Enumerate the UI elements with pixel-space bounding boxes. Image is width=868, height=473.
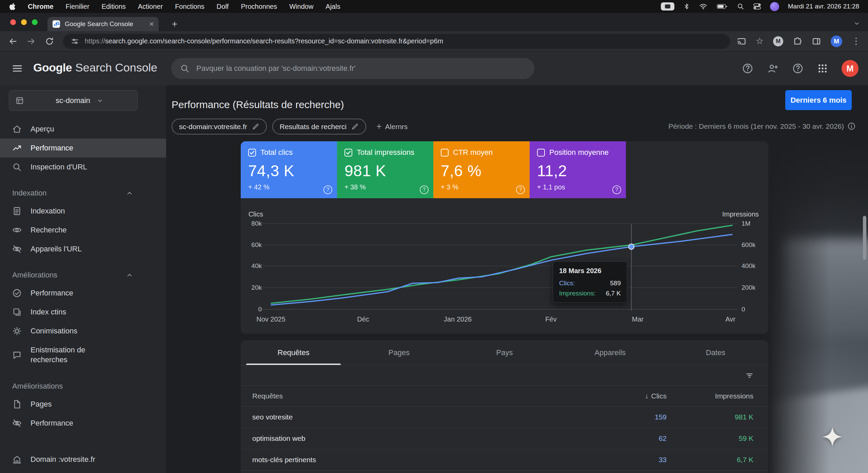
url-path: search.google.com/search-console/perform…	[105, 37, 443, 45]
forward-button[interactable]	[24, 35, 38, 48]
sidebar-item-conimisations[interactable]: Conimisations	[0, 322, 166, 341]
reload-button[interactable]	[43, 35, 56, 48]
table-row[interactable]: mots-clés pertinents 33 6,7 K	[241, 449, 768, 471]
filter-list-icon[interactable]	[745, 371, 754, 380]
scrollbar-thumb[interactable]	[863, 216, 866, 260]
query-cell[interactable]: mots-clés pertinents	[252, 456, 612, 464]
window-close-button[interactable]	[10, 19, 16, 25]
property-selector[interactable]: sc-domain:votresite.fr	[9, 90, 138, 111]
menu-item-actioner[interactable]: Actioner	[138, 3, 163, 11]
window-controls	[10, 19, 38, 25]
help-icon-secondary[interactable]	[792, 63, 804, 74]
gsc-header-icons: M	[742, 52, 859, 85]
back-button[interactable]	[6, 35, 20, 48]
search-icon	[180, 64, 190, 73]
sidebar-item-performance-core[interactable]: Performance	[0, 284, 166, 303]
y-right-tick: 400k	[742, 262, 768, 270]
filter-chip-property[interactable]: sc-domain:votresite.fr	[172, 119, 267, 135]
table-row[interactable]: optimisation web 62 59 K	[241, 428, 768, 449]
tab-search-chevron-icon[interactable]	[853, 20, 861, 27]
menu-item-ajals[interactable]: Ajals	[326, 3, 340, 11]
profile-avatar[interactable]: M	[831, 36, 842, 47]
column-header-clics[interactable]: ↓Clics	[612, 392, 667, 400]
query-cell[interactable]: seo votresite	[252, 413, 612, 421]
wifi-icon[interactable]	[699, 2, 708, 11]
tab-requetes[interactable]: Requêtes	[241, 340, 346, 365]
browser-menu-kebab-icon[interactable]: ⋮	[852, 36, 861, 46]
sidebar-item-apercu[interactable]: Aperçu	[0, 120, 166, 139]
x-axis-label: Nov 2025	[245, 315, 296, 323]
x-axis-label: Déc	[338, 315, 389, 323]
active-tab-underline	[246, 364, 341, 365]
menu-item-fichier[interactable]: Fienilier	[66, 3, 90, 11]
period-button[interactable]: Derniers 6 mois	[785, 90, 852, 110]
table-row[interactable]: seo votresite 159 981 K	[241, 407, 768, 428]
gsc-search-input[interactable]	[196, 64, 526, 73]
tab-pays[interactable]: Pays	[452, 340, 557, 365]
apple-logo-icon[interactable]	[9, 2, 16, 11]
column-header-requetes[interactable]: Requêtes	[252, 392, 612, 400]
add-filter-button[interactable]: + Alernrs	[376, 121, 408, 132]
control-center-icon[interactable]	[753, 2, 761, 11]
address-bar[interactable]: https://search.google.com/search-console…	[63, 34, 730, 49]
table-header: Requêtes ↓Clics Impressions	[241, 386, 768, 407]
menu-item-fonctions[interactable]: Fonctions	[175, 3, 204, 11]
sidebar-section-ameliorisations[interactable]: Améliorisations	[0, 378, 166, 395]
account-avatar[interactable]: M	[842, 60, 859, 77]
query-cell[interactable]: optimisation web	[252, 434, 612, 443]
sidebar-item-performance-amelioration[interactable]: Performance	[0, 414, 166, 433]
window-minimize-button[interactable]	[21, 19, 27, 25]
menu-item-window[interactable]: Window	[289, 3, 313, 11]
tab-dates[interactable]: Dates	[663, 340, 768, 365]
sidebar-item-index-ctins[interactable]: Index ctins	[0, 303, 166, 322]
extensions-puzzle-icon[interactable]	[793, 37, 802, 46]
sidebar-item-pages[interactable]: Pages	[0, 395, 166, 414]
screen-recording-indicator[interactable]	[661, 2, 674, 11]
add-user-icon[interactable]	[767, 63, 778, 74]
section-title: Améliorations	[12, 271, 57, 280]
sidebar-item-enistmisation[interactable]: Enistmisation de recherches	[0, 341, 166, 370]
info-icon[interactable]	[847, 122, 856, 130]
bluetooth-icon[interactable]	[683, 2, 690, 11]
tab-close-icon[interactable]: ×	[149, 20, 154, 28]
menu-item-prochonnes[interactable]: Prochonnes	[241, 3, 277, 11]
extension-m-badge[interactable]: M	[773, 36, 783, 46]
sidebar-section-indexation[interactable]: Indexation	[0, 185, 166, 202]
hamburger-menu-icon[interactable]	[12, 63, 23, 74]
gsc-header: GoogleSearch Console M	[0, 52, 868, 85]
window-zoom-button[interactable]	[32, 19, 38, 25]
chip-label: Resultats de recherci	[280, 123, 347, 131]
menu-app-name[interactable]: Chrome	[28, 3, 54, 11]
clics-cell: 62	[612, 434, 667, 443]
menu-item-editions[interactable]: Editions	[102, 3, 126, 11]
column-header-impressions[interactable]: Impressions	[667, 392, 753, 400]
sidebar-item-indexation[interactable]: Indexation	[0, 202, 166, 221]
google-apps-grid-icon[interactable]	[817, 63, 828, 74]
performance-line-chart[interactable]	[241, 141, 768, 334]
macos-menu-bar: Chrome Fienilier Editions Actioner Fonct…	[0, 0, 868, 13]
tab-pages[interactable]: Pages	[346, 340, 452, 365]
spotlight-search-icon[interactable]	[737, 3, 744, 10]
sidebar-item-domain-footer[interactable]: Domain :votresite.fr	[0, 450, 166, 469]
side-panel-icon[interactable]	[812, 37, 821, 46]
help-icon[interactable]	[742, 63, 753, 74]
battery-icon[interactable]	[716, 2, 728, 11]
menu-item-dolf[interactable]: Dolf	[217, 3, 229, 11]
bookmark-star-icon[interactable]: ☆	[756, 36, 764, 46]
sidebar-item-performance[interactable]: Performance	[0, 139, 166, 158]
sidebar-item-recherche[interactable]: Recherche	[0, 221, 166, 240]
tab-appareils[interactable]: Appareils	[557, 340, 663, 365]
browser-tab-active[interactable]: Google Search Console ×	[47, 17, 159, 31]
filter-chip-search-type[interactable]: Resultats de recherci	[272, 119, 366, 135]
sidebar-item-inspection-url[interactable]: Inspection d'URL	[0, 158, 166, 177]
site-settings-icon[interactable]	[71, 37, 79, 46]
menu-bar-clock[interactable]: Mardi 21 avr. 2026 21:28	[788, 3, 859, 10]
user-switcher-avatar[interactable]	[770, 2, 779, 11]
sidebar-item-label: Domain :votresite.fr	[31, 455, 95, 464]
sidebar-item-appareils-url[interactable]: Appareils l'URL	[0, 240, 166, 259]
right-axis-title: Impressions	[722, 210, 766, 218]
gsc-search-bar[interactable]	[171, 58, 534, 79]
sidebar-section-ameliorations[interactable]: Améliorations	[0, 267, 166, 284]
new-tab-button[interactable]: +	[168, 18, 181, 30]
cast-icon[interactable]	[737, 37, 746, 46]
